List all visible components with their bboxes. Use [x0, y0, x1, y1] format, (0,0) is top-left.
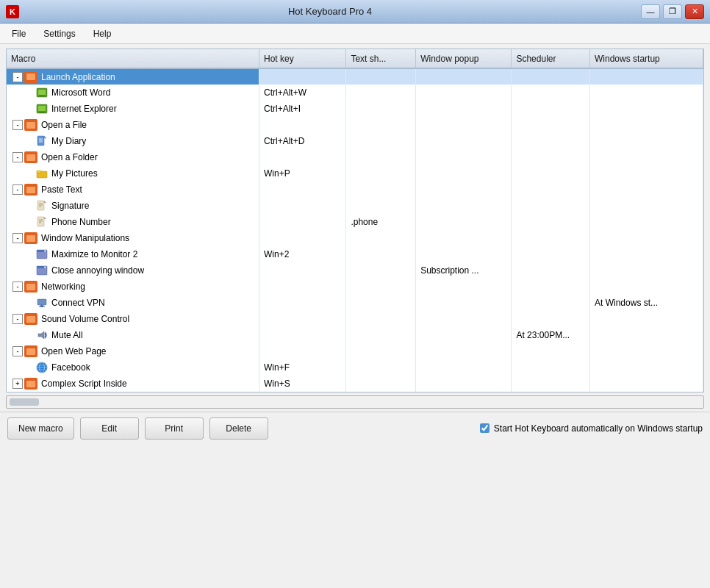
col-windowpopup: Window popup [416, 49, 512, 68]
cell-macro: Connect VPN [7, 295, 259, 311]
close-button[interactable]: ✕ [685, 4, 704, 19]
new-macro-button[interactable]: New macro [7, 417, 74, 440]
minimize-button[interactable]: — [641, 4, 660, 19]
table-row[interactable]: My Pictures Win+P [7, 165, 703, 182]
svg-rect-19 [37, 217, 44, 226]
cell-windowpopup [416, 246, 512, 262]
cell-scheduler [512, 295, 590, 311]
table-row[interactable]: Mute All At 23:00PM... [7, 327, 703, 343]
cell-textsh [346, 198, 416, 214]
cell-macro: Phone Number [7, 214, 259, 230]
expand-icon[interactable]: + [12, 379, 23, 389]
cell-scheduler [512, 311, 590, 327]
cell-scheduler: At 23:00PM... [512, 327, 590, 343]
cell-textsh [346, 343, 416, 359]
cell-textsh [346, 101, 416, 117]
menu-settings[interactable]: Settings [36, 26, 82, 41]
cell-winstartup [590, 343, 703, 359]
cell-scheduler [512, 133, 590, 149]
menu-help[interactable]: Help [86, 26, 119, 41]
table-row[interactable]: - Sound Volume Control [7, 311, 703, 327]
table-row[interactable]: - Window Manipulations [7, 230, 703, 246]
cell-winstartup: At Windows st... [590, 295, 703, 311]
cell-scheduler [512, 359, 590, 376]
expand-icon[interactable]: - [12, 314, 23, 324]
table-row[interactable]: - Paste Text [7, 182, 703, 198]
cell-macro: Microsoft Word [7, 85, 259, 101]
table-row[interactable]: - Networking [7, 279, 703, 295]
expand-icon[interactable]: - [12, 233, 23, 243]
scrollbar-thumb[interactable] [10, 398, 39, 406]
menu-file[interactable]: File [4, 26, 33, 41]
table-row[interactable]: - Launch Application [7, 68, 703, 85]
table-row[interactable]: + Complex Script Inside Win+S [7, 376, 703, 392]
table-row[interactable]: Close annoying window Subscription ... [7, 262, 703, 279]
cell-windowpopup: Subscription ... [416, 262, 512, 279]
table-row[interactable]: My Diary Ctrl+Alt+D [7, 133, 703, 149]
cell-hotkey [259, 230, 345, 246]
cell-winstartup [590, 182, 703, 198]
macro-table: Macro Hot key Text sh... Window popup Sc… [7, 49, 703, 392]
cell-hotkey: Ctrl+Alt+D [259, 133, 345, 149]
delete-button[interactable]: Delete [209, 417, 268, 440]
startup-checkbox[interactable] [480, 423, 490, 433]
cell-hotkey [259, 68, 345, 85]
cell-hotkey [259, 117, 345, 133]
cell-hotkey [259, 182, 345, 198]
table-row[interactable]: - Open a Folder [7, 149, 703, 165]
startup-checkbox-group: Start Hot Keyboard automatically on Wind… [480, 423, 703, 434]
expand-icon[interactable]: - [12, 346, 23, 356]
cell-textsh [346, 165, 416, 182]
cell-textsh [346, 117, 416, 133]
expand-icon[interactable]: - [12, 152, 23, 162]
table-row[interactable]: Phone Number .phone [7, 214, 703, 230]
cell-macro: Facebook [7, 359, 259, 376]
col-macro: Macro [7, 49, 259, 68]
cell-windowpopup [416, 165, 512, 182]
expand-icon[interactable]: - [12, 282, 23, 292]
expand-icon[interactable]: - [12, 184, 23, 195]
expand-icon[interactable]: - [12, 72, 23, 82]
expand-icon[interactable]: - [12, 120, 23, 130]
table-row[interactable]: Connect VPN At Windows st... [7, 295, 703, 311]
cell-macro: + Complex Script Inside [7, 376, 259, 392]
table-row[interactable]: - Open Web Page [7, 343, 703, 359]
table-row[interactable]: Microsoft Word Ctrl+Alt+W [7, 85, 703, 101]
bottom-toolbar: New macro Edit Print Delete Start Hot Ke… [0, 412, 710, 444]
svg-rect-30 [37, 299, 46, 305]
edit-button[interactable]: Edit [80, 417, 139, 440]
cell-textsh [346, 246, 416, 262]
cell-hotkey [259, 198, 345, 214]
cell-winstartup [590, 279, 703, 295]
svg-rect-6 [37, 136, 44, 146]
macro-table-container: Macro Hot key Text sh... Window popup Sc… [6, 49, 704, 392]
table-row[interactable]: Maximize to Monitor 2 Win+2 [7, 246, 703, 262]
cell-windowpopup [416, 295, 512, 311]
cell-windowpopup [416, 230, 512, 246]
cell-windowpopup [416, 359, 512, 376]
print-button[interactable]: Print [145, 417, 204, 440]
cell-windowpopup [416, 279, 512, 295]
startup-label: Start Hot Keyboard automatically on Wind… [494, 423, 703, 434]
cell-winstartup [590, 246, 703, 262]
cell-scheduler [512, 149, 590, 165]
cell-scheduler [512, 230, 590, 246]
cell-textsh [346, 327, 416, 343]
cell-textsh [346, 182, 416, 198]
table-row[interactable]: Facebook Win+F [7, 359, 703, 376]
cell-winstartup [590, 165, 703, 182]
horizontal-scrollbar[interactable] [6, 395, 704, 409]
cell-hotkey [259, 311, 345, 327]
cell-textsh [346, 359, 416, 376]
table-row[interactable]: Signature [7, 198, 703, 214]
table-row[interactable]: - Open a File [7, 117, 703, 133]
window-title: Hot Keyboard Pro 4 [19, 6, 641, 17]
restore-button[interactable]: ❐ [663, 4, 682, 19]
cell-hotkey [259, 295, 345, 311]
cell-winstartup [590, 359, 703, 376]
cell-scheduler [512, 101, 590, 117]
table-row[interactable]: Internet Explorer Ctrl+Alt+I [7, 101, 703, 117]
cell-hotkey [259, 343, 345, 359]
cell-winstartup [590, 198, 703, 214]
cell-macro: - Paste Text [7, 182, 259, 198]
